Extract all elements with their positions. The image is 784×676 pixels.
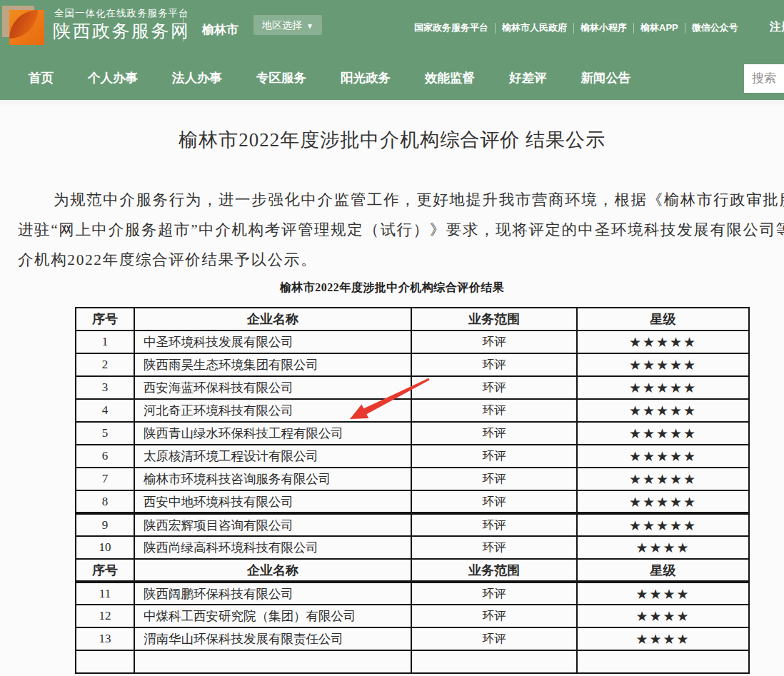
region-selector-label: 地区选择 xyxy=(262,19,302,31)
company-name: 陕西青山绿水环保科技工程有限公司 xyxy=(134,422,411,445)
column-header: 业务范围 xyxy=(411,308,577,331)
empty-cell xyxy=(411,650,577,673)
evaluation-table: 序号企业名称业务范围星级1中圣环境科技发展有限公司环评★★★★★2陕西雨昊生态环… xyxy=(75,307,750,674)
column-header: 业务范围 xyxy=(411,559,577,582)
column-header: 序号 xyxy=(76,308,134,331)
star-rating: ★★★★ xyxy=(577,627,749,650)
empty-cell xyxy=(577,650,749,673)
star-rating: ★★★★★ xyxy=(577,513,749,536)
table-row: 3西安海蓝环保科技有限公司环评★★★★★ xyxy=(76,376,749,399)
top-link[interactable]: 国家政务服务平台 xyxy=(408,21,495,34)
row-number: 1 xyxy=(76,331,134,353)
company-name: 陕西宏辉项目咨询有限公司 xyxy=(134,513,411,536)
nav-item[interactable]: 专区服务 xyxy=(256,69,306,86)
row-number: 13 xyxy=(76,627,134,650)
company-name: 西安中地环境科技有限公司 xyxy=(134,490,411,513)
business-scope: 环评 xyxy=(411,399,577,422)
main-nav: 首页个人办事法人办事专区服务阳光政务效能监督好差评新闻公告 xyxy=(0,56,784,100)
table-header-row: 序号企业名称业务范围星级 xyxy=(76,559,749,582)
row-number: 9 xyxy=(76,513,134,536)
star-rating: ★★★★★ xyxy=(577,468,749,490)
empty-cell xyxy=(134,650,411,673)
table-row: 8西安中地环境科技有限公司环评★★★★★ xyxy=(76,490,749,513)
business-scope: 环评 xyxy=(411,605,577,627)
company-name: 榆林市环境科技咨询服务有限公司 xyxy=(134,468,411,490)
paragraph-line: 进驻“网上中介服务超市”中介机构考评管理规定（试行）》要求，现将评定的中圣环境科… xyxy=(18,215,784,245)
top-link[interactable]: 榆林APP xyxy=(634,21,685,34)
row-number: 8 xyxy=(76,490,134,513)
star-rating: ★★★★★ xyxy=(577,445,749,468)
nav-item[interactable]: 个人办事 xyxy=(88,69,138,86)
table-row: 10陕西尚绿高科环境科技有限公司环评★★★★ xyxy=(76,536,749,559)
site-logo[interactable] xyxy=(2,6,46,46)
company-name: 中圣环境科技发展有限公司 xyxy=(134,331,411,353)
star-rating: ★★★★ xyxy=(577,582,749,605)
row-number: 7 xyxy=(76,468,134,490)
page-title: 榆林市2022年度涉批中介机构综合评价 结果公示 xyxy=(0,127,784,153)
business-scope: 环评 xyxy=(411,376,577,399)
business-scope: 环评 xyxy=(411,490,577,513)
announcement-paragraph: 为规范中介服务行为，进一步强化中介监管工作，更好地提升我市营商环境，根据《榆林市… xyxy=(18,185,784,275)
current-city-label: 榆林市 xyxy=(202,21,238,38)
table-row: 12中煤科工西安研究院（集团）有限公司环评★★★★ xyxy=(76,605,749,627)
star-rating: ★★★★★ xyxy=(577,353,749,376)
company-name: 河北奇正环境科技有限公司 xyxy=(134,399,411,422)
business-scope: 环评 xyxy=(411,513,577,536)
nav-item[interactable]: 好差评 xyxy=(509,69,547,86)
star-rating: ★★★★★ xyxy=(577,422,749,445)
company-name: 中煤科工西安研究院（集团）有限公司 xyxy=(134,605,411,627)
company-name: 渭南华山环保科技发展有限责任公司 xyxy=(134,627,411,650)
top-link[interactable]: 微信公众号 xyxy=(685,21,745,34)
company-name: 陕西雨昊生态环境集团有限公司 xyxy=(134,353,411,376)
search-input[interactable] xyxy=(744,64,784,93)
header-divider xyxy=(183,14,184,41)
empty-cell xyxy=(76,650,134,673)
row-number: 11 xyxy=(76,582,134,605)
table-row: 7榆林市环境科技咨询服务有限公司环评★★★★★ xyxy=(76,468,749,490)
nav-item[interactable]: 阳光政务 xyxy=(341,69,391,86)
table-row: 11陕西阔鹏环保科技有限公司环评★★★★ xyxy=(76,582,749,605)
row-number: 3 xyxy=(76,376,134,399)
region-selector-button[interactable]: 地区选择▼ xyxy=(253,15,322,35)
star-rating: ★★★★ xyxy=(577,605,749,627)
nav-item[interactable]: 首页 xyxy=(29,69,54,86)
row-number: 4 xyxy=(76,399,134,422)
row-number: 6 xyxy=(76,445,134,468)
column-header: 企业名称 xyxy=(134,308,411,331)
table-row: 5陕西青山绿水环保科技工程有限公司环评★★★★★ xyxy=(76,422,749,445)
top-link[interactable]: 榆林市人民政府 xyxy=(496,21,573,34)
column-header: 星级 xyxy=(577,308,749,331)
platform-label: 全国一体化在线政务服务平台 xyxy=(54,7,189,20)
star-rating: ★★★★★ xyxy=(577,331,749,353)
announcement-document: 榆林市2022年度涉批中介机构综合评价 结果公示 为规范中介服务行为，进一步强化… xyxy=(0,100,784,676)
column-header: 企业名称 xyxy=(134,559,411,582)
business-scope: 环评 xyxy=(411,422,577,445)
top-link[interactable]: 榆林小程序 xyxy=(574,21,633,34)
row-number: 2 xyxy=(76,353,134,376)
register-link[interactable]: 注册 xyxy=(770,20,784,35)
business-scope: 环评 xyxy=(411,445,577,468)
business-scope: 环评 xyxy=(411,353,577,376)
nav-item[interactable]: 效能监督 xyxy=(425,69,475,86)
nav-item[interactable]: 新闻公告 xyxy=(581,69,631,86)
top-links: 国家政务服务平台榆林市人民政府榆林小程序榆林APP微信公众号 xyxy=(408,0,745,56)
column-header: 星级 xyxy=(577,559,749,582)
table-row: 4河北奇正环境科技有限公司环评★★★★★ xyxy=(76,399,749,422)
business-scope: 环评 xyxy=(411,627,577,650)
row-number: 5 xyxy=(76,422,134,445)
company-name: 西安海蓝环保科技有限公司 xyxy=(134,376,411,399)
table-row: 6太原核清环境工程设计有限公司环评★★★★★ xyxy=(76,445,749,468)
row-number: 10 xyxy=(76,536,134,559)
nav-item[interactable]: 法人办事 xyxy=(172,69,222,86)
company-name: 陕西阔鹏环保科技有限公司 xyxy=(134,582,411,605)
chevron-down-icon: ▼ xyxy=(306,22,313,30)
paragraph-line: 为规范中介服务行为，进一步强化中介监管工作，更好地提升我市营商环境，根据《榆林市… xyxy=(18,185,784,215)
table-caption: 榆林市2022年度涉批中介机构综合评价结果 xyxy=(0,281,784,296)
company-name: 太原核清环境工程设计有限公司 xyxy=(134,445,411,468)
star-rating: ★★★★ xyxy=(577,536,749,559)
star-rating: ★★★★★ xyxy=(577,490,749,513)
column-header: 序号 xyxy=(76,559,134,582)
company-name: 陕西尚绿高科环境科技有限公司 xyxy=(134,536,411,559)
paragraph-line: 介机构2022年度综合评价结果予以公示。 xyxy=(18,245,784,275)
business-scope: 环评 xyxy=(411,582,577,605)
